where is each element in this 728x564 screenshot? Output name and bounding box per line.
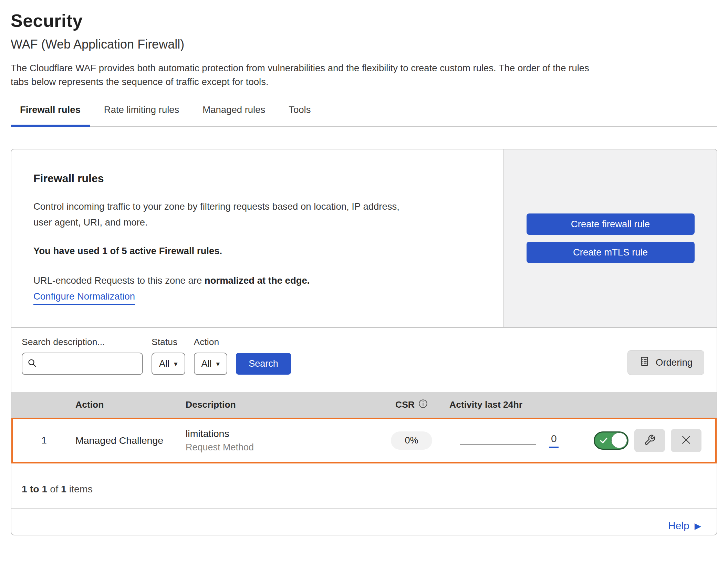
configure-normalization-link[interactable]: Configure Normalization <box>33 291 135 305</box>
ordering-button-label: Ordering <box>656 357 693 368</box>
items-range: 1 to 1 <box>22 483 47 494</box>
status-label: Status <box>152 337 185 347</box>
search-icon <box>27 358 37 369</box>
page-subtitle: WAF (Web Application Firewall) <box>11 37 717 52</box>
rule-action: Managed Challenge <box>75 435 186 446</box>
firewall-rules-card: Firewall rules Control incoming traffic … <box>11 149 717 535</box>
normalization-text: URL-encoded Requests to this zone are <box>33 275 205 286</box>
firewall-rules-info: Firewall rules Control incoming traffic … <box>11 149 503 327</box>
usage-summary: You have used 1 of 5 active Firewall rul… <box>33 246 481 257</box>
panel-description: Control incoming traffic to your zone by… <box>33 199 481 230</box>
ordering-list-icon <box>639 356 650 369</box>
rules-table-header: Action Description CSR Activity last 24h… <box>11 392 717 418</box>
create-mtls-rule-button[interactable]: Create mTLS rule <box>527 242 695 263</box>
page-description: The Cloudflare WAF provides both automat… <box>11 61 717 89</box>
normalization-note: URL-encoded Requests to this zone are no… <box>33 275 481 286</box>
action-selected-value: All <box>201 358 212 369</box>
items-word: items <box>66 483 93 494</box>
page-title: Security <box>11 10 717 31</box>
edit-rule-button[interactable] <box>634 429 665 452</box>
tab-rate-limiting-rules[interactable]: Rate limiting rules <box>95 104 189 126</box>
close-icon <box>680 434 692 447</box>
search-button[interactable]: Search <box>236 353 291 375</box>
ordering-button[interactable]: Ordering <box>627 350 704 375</box>
rule-description: limitations <box>186 428 378 439</box>
action-field: Action All ▾ <box>194 337 228 375</box>
waf-page: Security WAF (Web Application Firewall) … <box>0 0 728 535</box>
rule-controls <box>593 429 715 452</box>
tab-firewall-rules[interactable]: Firewall rules <box>11 104 90 126</box>
pagination-summary: 1 to 1 of 1 items <box>11 463 717 509</box>
of-word: of <box>47 483 61 494</box>
rule-activity-cell: 0 <box>445 433 593 448</box>
csr-badge: 0% <box>391 431 432 450</box>
rule-enabled-toggle[interactable] <box>594 431 628 450</box>
arrow-right-icon: ▶ <box>695 521 701 531</box>
waf-tab-bar: Firewall rules Rate limiting rules Manag… <box>11 104 717 127</box>
header-activity: Activity last 24hr <box>445 399 593 410</box>
info-icon[interactable] <box>418 399 428 411</box>
help-link[interactable]: Help ▶ <box>668 520 701 532</box>
filter-controls: Search description... Status All <box>22 337 291 375</box>
table-row[interactable]: 1 Managed Challenge limitations Request … <box>11 418 717 463</box>
delete-rule-button[interactable] <box>671 429 701 452</box>
action-select[interactable]: All ▾ <box>194 353 228 375</box>
search-input-box[interactable] <box>22 353 143 375</box>
actions-panel: Create firewall rule Create mTLS rule <box>503 149 717 327</box>
rule-csr-cell: 0% <box>378 431 445 450</box>
status-select[interactable]: All ▾ <box>152 353 185 375</box>
status-field: Status All ▾ <box>152 337 185 375</box>
header-csr-label: CSR <box>395 399 415 410</box>
rule-expression: Request Method <box>186 442 378 453</box>
panel-heading: Firewall rules <box>33 172 481 185</box>
search-input[interactable] <box>40 358 157 369</box>
activity-sparkline <box>460 444 536 445</box>
wrench-icon <box>644 434 656 447</box>
search-field: Search description... <box>22 337 143 375</box>
filter-bar: Search description... Status All <box>11 327 717 392</box>
check-icon <box>599 436 608 445</box>
status-selected-value: All <box>159 358 169 369</box>
help-label: Help <box>668 520 689 532</box>
chevron-down-icon: ▾ <box>174 360 178 368</box>
tab-managed-rules[interactable]: Managed rules <box>193 104 274 126</box>
items-total: 1 <box>61 483 66 494</box>
activity-count-link[interactable]: 0 <box>549 433 559 448</box>
rule-priority: 1 <box>13 435 75 446</box>
header-description: Description <box>186 399 378 410</box>
header-action: Action <box>75 399 186 410</box>
header-csr: CSR <box>378 399 445 411</box>
tab-tools[interactable]: Tools <box>279 104 320 126</box>
normalization-bold-text: normalized at the edge. <box>205 275 310 286</box>
toggle-knob <box>611 432 627 448</box>
rule-description-cell: limitations Request Method <box>186 428 378 453</box>
action-label: Action <box>194 337 228 347</box>
card-top-section: Firewall rules Control incoming traffic … <box>11 149 717 327</box>
chevron-down-icon: ▾ <box>216 360 220 368</box>
search-label: Search description... <box>22 337 143 347</box>
help-row: Help ▶ <box>11 509 717 535</box>
create-firewall-rule-button[interactable]: Create firewall rule <box>527 213 695 235</box>
